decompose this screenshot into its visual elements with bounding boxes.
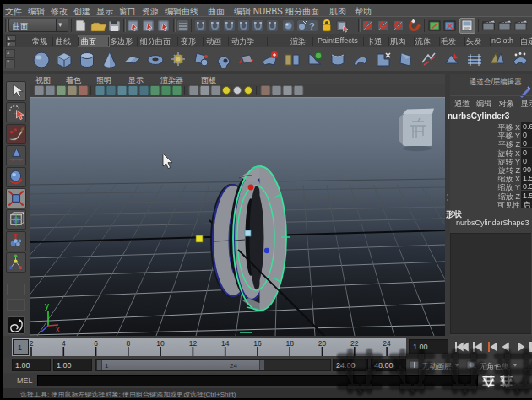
svg-text:x: x (56, 325, 60, 333)
svg-text:?: ? (309, 21, 315, 31)
svg-text:18: 18 (285, 339, 294, 348)
svg-text:16: 16 (253, 339, 262, 348)
svg-text:20: 20 (318, 339, 327, 348)
svg-text:12: 12 (189, 339, 198, 348)
svg-text:4: 4 (62, 339, 66, 348)
svg-text:8: 8 (126, 339, 130, 348)
svg-text:14: 14 (221, 339, 230, 348)
svg-text:2: 2 (30, 339, 34, 348)
svg-text:24: 24 (383, 339, 391, 348)
svg-text:6: 6 (94, 339, 98, 348)
svg-text:10: 10 (156, 339, 165, 348)
svg-text:22: 22 (350, 339, 359, 348)
svg-text:y: y (45, 301, 49, 311)
